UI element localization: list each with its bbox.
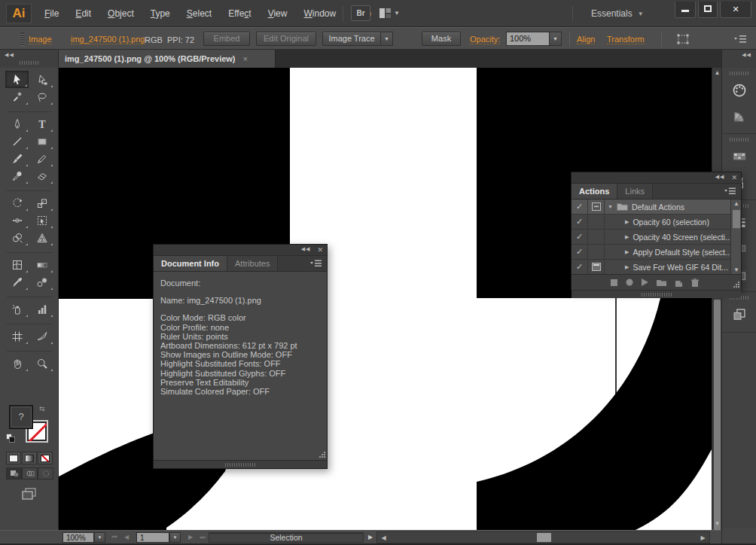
expander-down-icon[interactable]: ▼ <box>608 204 613 209</box>
action-row[interactable]: ✓▶Opacity 60 (selection) <box>572 215 741 230</box>
mask-button[interactable]: Mask <box>422 32 461 46</box>
pen-tool[interactable] <box>5 115 29 132</box>
artboard-number-field[interactable]: 1 <box>136 532 169 543</box>
document-info-titlebar[interactable]: ◀◀ ✕ <box>154 245 327 256</box>
blend-tool[interactable] <box>30 273 53 291</box>
paintbrush-tool[interactable] <box>5 150 29 167</box>
free-transform-tool[interactable] <box>30 212 53 229</box>
align-link[interactable]: Align <box>577 35 595 44</box>
screen-mode-button[interactable] <box>17 484 42 504</box>
color-guide-panel-icon[interactable] <box>722 103 756 129</box>
swap-fill-stroke-icon[interactable]: ⇆ <box>39 405 45 413</box>
actions-titlebar[interactable]: ◀◀ ✕ <box>572 172 741 184</box>
new-set-folder-button[interactable] <box>657 279 666 286</box>
lasso-tool[interactable] <box>30 88 53 105</box>
free-transform-icon[interactable] <box>676 33 690 45</box>
horizontal-scrollbar[interactable]: ◀ ▶ <box>376 531 710 543</box>
action-toggle-checkbox[interactable]: ✓ <box>572 215 588 229</box>
action-row[interactable]: ✓▶Apply Default Style (select... <box>572 245 741 260</box>
horizontal-scrollbar-thumb[interactable] <box>537 533 551 542</box>
dialog-toggle[interactable] <box>588 245 605 259</box>
rotate-tool[interactable] <box>5 194 29 212</box>
expander-right-icon[interactable]: ▶ <box>625 249 629 255</box>
type-tool[interactable]: T <box>30 115 53 132</box>
collapse-panel-icon[interactable]: ◀◀ <box>715 174 725 181</box>
dialog-toggle[interactable] <box>588 215 605 229</box>
menu-item-edit[interactable]: Edit <box>67 0 99 27</box>
action-content[interactable]: ▶Opacity 40 Screen (selecti... <box>605 233 741 242</box>
file-name-link[interactable]: img_247500 (1).png <box>71 35 145 44</box>
collapse-panel-icon[interactable]: ◀◀ <box>5 52 14 58</box>
menu-item-type[interactable]: Type <box>142 0 178 27</box>
window-minimize-button[interactable] <box>675 2 696 18</box>
tab-attributes[interactable]: Attributes <box>227 256 278 271</box>
document-tab-close-icon[interactable]: × <box>243 54 248 63</box>
menu-item-window[interactable]: Window <box>295 0 344 27</box>
first-artboard-button[interactable]: ⏮ <box>109 532 120 543</box>
scroll-left-icon[interactable]: ◀ <box>379 534 389 541</box>
gradient-tool[interactable] <box>30 256 53 273</box>
slice-tool[interactable] <box>30 327 53 345</box>
last-artboard-button[interactable]: ⏭ <box>197 532 208 543</box>
zoom-level-field[interactable]: 100% <box>62 532 94 543</box>
rectangle-tool[interactable] <box>30 132 53 150</box>
scroll-up-icon[interactable]: ▲ <box>731 200 741 207</box>
image-trace-button[interactable]: Image Trace <box>322 32 381 46</box>
swatches-panel-icon[interactable] <box>722 144 756 169</box>
opacity-field[interactable]: 100% <box>506 32 550 46</box>
opacity-dropdown[interactable]: ▼ <box>550 32 562 46</box>
dialog-toggle[interactable] <box>588 199 605 214</box>
actions-scrollbar-thumb[interactable] <box>733 210 740 228</box>
vertical-scrollbar[interactable]: ▲ ▼ <box>712 68 721 528</box>
panel-grip[interactable] <box>225 463 255 467</box>
action-content[interactable]: ▶Save For Web GIF 64 Dit... <box>605 263 741 272</box>
scale-tool[interactable] <box>30 194 53 212</box>
tab-actions[interactable]: Actions <box>572 184 617 199</box>
action-toggle-checkbox[interactable]: ✓ <box>572 245 588 259</box>
color-fill-button[interactable] <box>6 452 21 464</box>
perspective-grid-tool[interactable] <box>30 229 53 246</box>
scroll-right-icon[interactable]: ▶ <box>698 534 708 541</box>
fill-swatch[interactable]: ? <box>9 405 33 429</box>
status-menu-icon[interactable]: ▶ <box>365 532 376 543</box>
menu-item-view[interactable]: View <box>260 0 296 27</box>
panel-grip[interactable] <box>20 32 24 46</box>
toolbar-header[interactable]: ◀◀ <box>0 50 59 68</box>
selection-tool[interactable] <box>5 71 29 88</box>
stop-button[interactable] <box>611 279 617 286</box>
action-content[interactable]: ▶Apply Default Style (select... <box>605 248 741 257</box>
selection-type-link[interactable]: Image <box>29 35 52 44</box>
actions-scrollbar[interactable]: ▲ ▼ <box>730 199 741 274</box>
expander-right-icon[interactable]: ▶ <box>625 219 629 225</box>
action-set-row[interactable]: ✓▼Default Actions <box>572 199 741 215</box>
draw-behind-button[interactable] <box>22 467 38 480</box>
document-tab[interactable]: img_247500 (1).png @ 100% (RGB/Preview) … <box>59 50 276 68</box>
action-row[interactable]: ✓▶Save For Web GIF 64 Dit... <box>572 260 741 274</box>
eyedropper-tool[interactable] <box>5 273 29 291</box>
eraser-tool[interactable] <box>30 167 53 184</box>
close-icon[interactable]: ✕ <box>317 246 323 254</box>
zoom-tool[interactable] <box>30 355 53 372</box>
status-display[interactable]: Selection <box>209 532 364 543</box>
panel-menu-icon[interactable] <box>310 260 322 268</box>
dock-header[interactable]: ◀◀ <box>721 50 756 68</box>
gradient-button[interactable] <box>22 452 37 464</box>
artboard-tool[interactable] <box>5 327 29 345</box>
hand-tool[interactable] <box>5 355 29 372</box>
artboard-dropdown[interactable]: ▼ <box>169 532 181 543</box>
next-artboard-button[interactable]: ▶ <box>185 532 196 543</box>
column-graph-tool[interactable] <box>30 300 53 318</box>
blob-brush-tool[interactable] <box>5 167 29 184</box>
vertical-scrollbar-thumb[interactable] <box>714 300 721 545</box>
new-action-button[interactable] <box>675 279 683 287</box>
zoom-dropdown[interactable]: ▼ <box>94 532 105 543</box>
dialog-toggle[interactable] <box>588 260 605 274</box>
close-icon[interactable]: ✕ <box>731 174 737 181</box>
bridge-button[interactable]: Br <box>351 5 370 21</box>
delete-trash-button[interactable] <box>691 279 699 287</box>
mesh-tool[interactable] <box>5 256 29 273</box>
color-panel-icon[interactable] <box>722 78 756 103</box>
width-tool[interactable] <box>5 212 29 229</box>
menu-item-effect[interactable]: Effect <box>220 0 259 27</box>
previous-artboard-button[interactable]: ◀ <box>121 532 132 543</box>
